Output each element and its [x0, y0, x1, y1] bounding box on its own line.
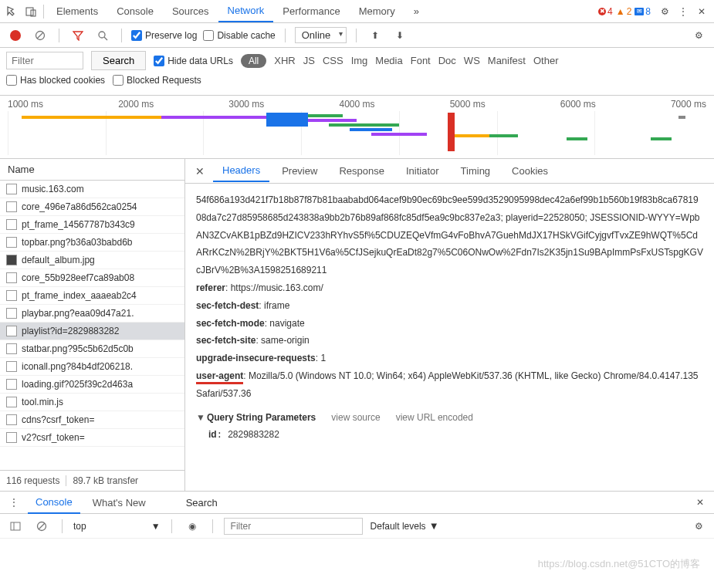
- context-select[interactable]: top ▼: [73, 521, 161, 532]
- blocked-cookies-checkbox[interactable]: Has blocked cookies: [6, 75, 105, 86]
- search-button[interactable]: Search: [91, 51, 146, 70]
- ftype-xhr[interactable]: XHR: [274, 55, 295, 66]
- request-row[interactable]: core_496e7a86d562ca0254: [0, 198, 184, 216]
- console-settings-icon[interactable]: ⚙: [689, 517, 708, 536]
- disable-cache-checkbox[interactable]: Disable cache: [203, 30, 275, 41]
- ftype-manifest[interactable]: Manifest: [488, 55, 526, 66]
- header-row: sec-fetch-mode: navigate: [196, 315, 703, 333]
- name-header[interactable]: Name: [0, 159, 184, 181]
- content-split: Name music.163.comcore_496e7a86d562ca025…: [0, 159, 714, 491]
- drawer-tab-console[interactable]: Console: [28, 492, 80, 514]
- error-count[interactable]: ✖4: [598, 6, 613, 17]
- console-toolbar: top ▼ ◉ Default levels ▼ ⚙: [0, 514, 714, 539]
- hide-data-urls-checkbox[interactable]: Hide data URLs: [154, 56, 233, 66]
- console-filter-input[interactable]: [224, 518, 363, 535]
- request-row[interactable]: core_55b928eef7ca89ab08: [0, 269, 184, 287]
- ftype-font[interactable]: Font: [411, 55, 431, 66]
- console-sidebar-icon[interactable]: [6, 517, 25, 536]
- ftype-ws[interactable]: WS: [464, 55, 480, 66]
- file-icon: [6, 379, 17, 390]
- request-row[interactable]: topbar.png?b36a03babd6b: [0, 234, 184, 252]
- file-icon: [6, 290, 17, 301]
- header-user-agent: user-agent: Mozilla/5.0 (Windows NT 10.0…: [196, 367, 703, 403]
- tab-memory[interactable]: Memory: [350, 1, 404, 22]
- request-row[interactable]: iconall.png?84b4df206218.: [0, 358, 184, 376]
- status-footer: 116 requests 89.7 kB transfer: [0, 470, 184, 491]
- view-source-link[interactable]: view source: [331, 409, 380, 427]
- tab-more[interactable]: »: [404, 1, 428, 22]
- request-list: Name music.163.comcore_496e7a86d562ca025…: [0, 159, 185, 491]
- headers-body[interactable]: 54f686a193d421f7b18b87f87b81baababd064ac…: [185, 184, 714, 491]
- dtab-initiator[interactable]: Initiator: [397, 161, 448, 181]
- record-button[interactable]: [6, 26, 25, 45]
- ftype-js[interactable]: JS: [303, 55, 315, 66]
- live-expression-icon[interactable]: ◉: [183, 517, 201, 536]
- download-icon[interactable]: ⬇: [391, 26, 409, 45]
- info-count[interactable]: ✉8: [634, 6, 651, 17]
- file-icon: [6, 184, 17, 194]
- dtab-headers[interactable]: Headers: [213, 160, 269, 182]
- warning-count[interactable]: ▲2: [616, 6, 632, 17]
- dtab-timing[interactable]: Timing: [452, 161, 500, 181]
- ftype-other[interactable]: Other: [533, 55, 559, 66]
- filter-type-all[interactable]: All: [241, 54, 266, 68]
- request-row[interactable]: pt_frame_14567787b343c9: [0, 216, 184, 234]
- request-row[interactable]: v2?csrf_token=: [0, 429, 184, 447]
- clear-icon[interactable]: [31, 26, 49, 45]
- blocked-requests-checkbox[interactable]: Blocked Requests: [113, 75, 201, 86]
- request-row[interactable]: playlist?id=2829883282: [0, 323, 184, 340]
- close-detail-icon[interactable]: ✕: [190, 165, 210, 177]
- request-row[interactable]: statbar.png?95c5b62d5c0b: [0, 340, 184, 358]
- filter-bar: Search Hide data URLs All XHR JS CSS Img…: [0, 48, 714, 96]
- request-name: cdns?csrf_token=: [22, 414, 94, 425]
- tab-console[interactable]: Console: [107, 1, 163, 22]
- request-row[interactable]: pt_frame_index_aaaeab2c4: [0, 287, 184, 305]
- close-icon[interactable]: ✕: [692, 2, 711, 21]
- tab-elements[interactable]: Elements: [47, 1, 107, 22]
- query-param-id: id: 2829883282: [196, 426, 703, 444]
- upload-icon[interactable]: ⬆: [366, 26, 384, 45]
- request-row[interactable]: tool.min.js: [0, 394, 184, 411]
- ftype-css[interactable]: CSS: [323, 55, 343, 66]
- console-clear-icon[interactable]: [32, 517, 51, 536]
- request-row[interactable]: default_album.jpg: [0, 252, 184, 269]
- ftype-img[interactable]: Img: [351, 55, 368, 66]
- ftype-media[interactable]: Media: [375, 55, 402, 66]
- dtab-cookies[interactable]: Cookies: [503, 161, 557, 181]
- file-icon: [6, 326, 17, 336]
- filter-icon[interactable]: [69, 26, 87, 45]
- device-toggle-icon[interactable]: [22, 2, 40, 21]
- network-settings-icon[interactable]: ⚙: [689, 26, 708, 45]
- svg-line-9: [39, 523, 45, 529]
- tab-network[interactable]: Network: [218, 0, 274, 22]
- settings-icon[interactable]: ⚙: [655, 2, 674, 21]
- file-icon: [6, 201, 17, 212]
- throttling-select[interactable]: Online: [295, 27, 347, 43]
- file-icon: [6, 414, 17, 425]
- dtab-preview[interactable]: Preview: [272, 161, 327, 181]
- filter-input[interactable]: [6, 52, 83, 69]
- request-row[interactable]: playbar.png?eaa09d47a21.: [0, 305, 184, 323]
- drawer-tab-whatsnew[interactable]: What's New: [85, 492, 154, 513]
- request-row[interactable]: loading.gif?025f39c2d463a: [0, 376, 184, 394]
- query-string-section[interactable]: ▼Query String Parameters view source vie…: [196, 409, 703, 427]
- header-row: sec-fetch-site: same-origin: [196, 332, 703, 350]
- drawer-close-icon[interactable]: ✕: [691, 493, 709, 512]
- tab-sources[interactable]: Sources: [163, 1, 218, 22]
- drawer-tab-search[interactable]: Search: [178, 492, 225, 513]
- inspect-icon[interactable]: [3, 2, 22, 21]
- search-icon[interactable]: [93, 26, 112, 45]
- file-icon: [6, 397, 17, 407]
- preserve-log-checkbox[interactable]: Preserve log: [131, 30, 197, 41]
- request-row[interactable]: music.163.com: [0, 181, 184, 198]
- view-encoded-link[interactable]: view URL encoded: [396, 409, 473, 427]
- waterfall-overview[interactable]: 1000 ms2000 ms3000 ms4000 ms5000 ms6000 …: [0, 96, 714, 159]
- kebab-icon[interactable]: ⋮: [674, 2, 692, 21]
- drawer-kebab-icon[interactable]: ⋮: [5, 493, 23, 512]
- request-name: default_album.jpg: [22, 255, 95, 265]
- ftype-doc[interactable]: Doc: [438, 55, 456, 66]
- log-levels-select[interactable]: Default levels ▼: [371, 520, 439, 532]
- dtab-response[interactable]: Response: [330, 161, 394, 181]
- request-row[interactable]: cdns?csrf_token=: [0, 411, 184, 429]
- tab-performance[interactable]: Performance: [273, 1, 349, 22]
